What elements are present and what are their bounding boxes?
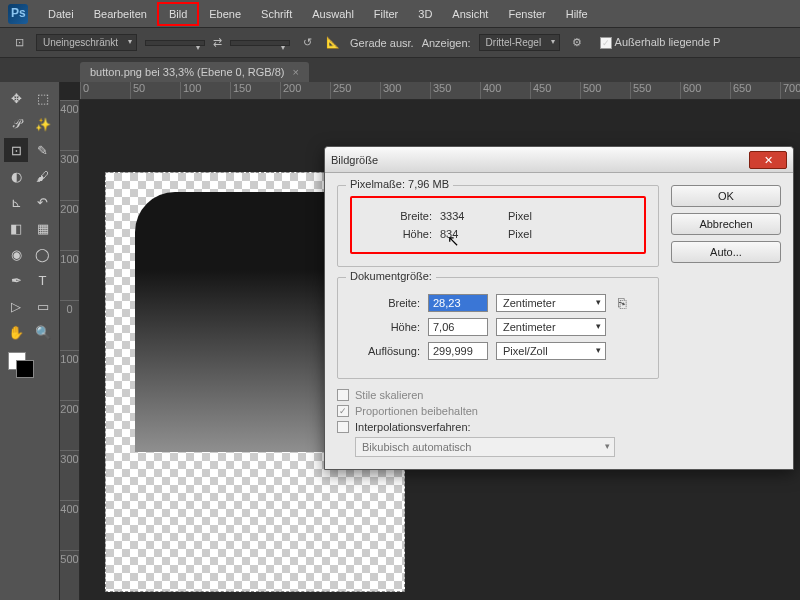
- resolution-label: Auflösung:: [350, 345, 420, 357]
- delete-cropped-label: Außerhalb liegende P: [615, 36, 721, 48]
- marquee-tool[interactable]: ⬚: [31, 86, 55, 110]
- pixel-width-label: Breite:: [362, 210, 432, 222]
- crop-height-input[interactable]: [230, 40, 290, 46]
- doc-width-input[interactable]: [428, 294, 488, 312]
- pixel-dimensions-group: Pixelmaße: 7,96 MB Breite: 3334 Pixel Hö…: [337, 185, 659, 267]
- menu-3d[interactable]: 3D: [408, 4, 442, 24]
- pixel-width-value: 3334: [440, 210, 500, 222]
- doc-height-unit-dropdown[interactable]: Zentimeter: [496, 318, 606, 336]
- doc-width-unit-dropdown[interactable]: Zentimeter: [496, 294, 606, 312]
- zoom-tool[interactable]: 🔍: [31, 320, 55, 344]
- auto-button[interactable]: Auto...: [671, 241, 781, 263]
- dialog-titlebar[interactable]: Bildgröße ✕: [325, 147, 793, 173]
- close-tab-icon[interactable]: ×: [292, 66, 298, 78]
- close-button[interactable]: ✕: [749, 151, 787, 169]
- resolution-input[interactable]: [428, 342, 488, 360]
- pixel-width-unit: Pixel: [508, 210, 558, 222]
- menu-bearbeiten[interactable]: Bearbeiten: [84, 4, 157, 24]
- wand-tool[interactable]: ✨: [31, 112, 55, 136]
- doc-height-input[interactable]: [428, 318, 488, 336]
- color-swatch[interactable]: [4, 352, 55, 384]
- eyedropper-tool[interactable]: ✎: [31, 138, 55, 162]
- gradient-tool[interactable]: ▦: [31, 216, 55, 240]
- menu-filter[interactable]: Filter: [364, 4, 408, 24]
- pen-tool[interactable]: ✒: [4, 268, 28, 292]
- show-label: Anzeigen:: [422, 37, 471, 49]
- menu-datei[interactable]: Datei: [38, 4, 84, 24]
- image-size-dialog: Bildgröße ✕ Pixelmaße: 7,96 MB Breite: 3…: [324, 146, 794, 470]
- doc-width-label: Breite:: [350, 297, 420, 309]
- interpolation-dropdown[interactable]: Bikubisch automatisch: [355, 437, 615, 457]
- options-bar: ⊡ Uneingeschränkt ⇄ ↺ 📐 Gerade ausr. Anz…: [0, 28, 800, 58]
- eraser-tool[interactable]: ◧: [4, 216, 28, 240]
- move-tool[interactable]: ✥: [4, 86, 28, 110]
- crop-mode-dropdown[interactable]: Uneingeschränkt: [36, 34, 137, 51]
- lasso-tool[interactable]: 𝒫: [4, 112, 28, 136]
- swap-icon[interactable]: ⇄: [213, 36, 222, 49]
- type-tool[interactable]: T: [31, 268, 55, 292]
- document-size-group: Dokumentgröße: Breite: Zentimeter ⎘ Höhe…: [337, 277, 659, 379]
- dialog-title: Bildgröße: [331, 154, 749, 166]
- menubar: Datei Bearbeiten Bild Ebene Schrift Ausw…: [0, 0, 800, 28]
- stamp-tool[interactable]: ⊾: [4, 190, 28, 214]
- interpolation-check[interactable]: Interpolationsverfahren:: [337, 421, 659, 433]
- ok-button[interactable]: OK: [671, 185, 781, 207]
- pixel-height-unit: Pixel: [508, 228, 558, 240]
- document-tab[interactable]: button.png bei 33,3% (Ebene 0, RGB/8)×: [80, 62, 309, 82]
- menu-hilfe[interactable]: Hilfe: [556, 4, 598, 24]
- menu-schrift[interactable]: Schrift: [251, 4, 302, 24]
- clear-icon[interactable]: ↺: [298, 34, 316, 52]
- scale-styles-check: Stile skalieren: [337, 389, 659, 401]
- pixel-legend: Pixelmaße: 7,96 MB: [346, 178, 453, 190]
- gear-icon[interactable]: ⚙: [568, 34, 586, 52]
- straighten-label: Gerade ausr.: [350, 37, 414, 49]
- history-brush-tool[interactable]: ↶: [31, 190, 55, 214]
- straighten-icon[interactable]: 📐: [324, 34, 342, 52]
- doc-legend: Dokumentgröße:: [346, 270, 436, 282]
- delete-cropped-checkbox[interactable]: ✓: [600, 37, 612, 49]
- doc-height-label: Höhe:: [350, 321, 420, 333]
- ruler-vertical: 4003002001000100200300400500: [60, 100, 80, 600]
- menu-ebene[interactable]: Ebene: [199, 4, 251, 24]
- menu-bild[interactable]: Bild: [157, 2, 199, 26]
- shape-tool[interactable]: ▭: [31, 294, 55, 318]
- blur-tool[interactable]: ◉: [4, 242, 28, 266]
- link-icon[interactable]: ⎘: [618, 295, 626, 311]
- overlay-dropdown[interactable]: Drittel-Regel: [479, 34, 561, 51]
- hand-tool[interactable]: ✋: [4, 320, 28, 344]
- menu-auswahl[interactable]: Auswahl: [302, 4, 364, 24]
- brush-tool[interactable]: 🖌: [31, 164, 55, 188]
- heal-tool[interactable]: ◐: [4, 164, 28, 188]
- pixel-highlight: Breite: 3334 Pixel Höhe: 834 Pixel: [350, 196, 646, 254]
- menu-fenster[interactable]: Fenster: [498, 4, 555, 24]
- crop-width-input[interactable]: [145, 40, 205, 46]
- menu-ansicht[interactable]: Ansicht: [442, 4, 498, 24]
- pixel-height-label: Höhe:: [362, 228, 432, 240]
- constrain-check: ✓Proportionen beibehalten: [337, 405, 659, 417]
- path-tool[interactable]: ▷: [4, 294, 28, 318]
- pixel-height-value: 834: [440, 228, 500, 240]
- cancel-button[interactable]: Abbrechen: [671, 213, 781, 235]
- dodge-tool[interactable]: ◯: [31, 242, 55, 266]
- document-tabbar: button.png bei 33,3% (Ebene 0, RGB/8)×: [0, 58, 800, 82]
- app-logo: [8, 4, 28, 24]
- crop-tool-icon: ⊡: [10, 34, 28, 52]
- resolution-unit-dropdown[interactable]: Pixel/Zoll: [496, 342, 606, 360]
- toolbox: ✥ ⬚ 𝒫 ✨ ⊡ ✎ ◐ 🖌 ⊾ ↶ ◧ ▦ ◉ ◯ ✒ T ▷ ▭ ✋ 🔍: [0, 82, 60, 600]
- crop-tool[interactable]: ⊡: [4, 138, 28, 162]
- ruler-horizontal: 0501001502002503003504004505005506006507…: [80, 82, 800, 100]
